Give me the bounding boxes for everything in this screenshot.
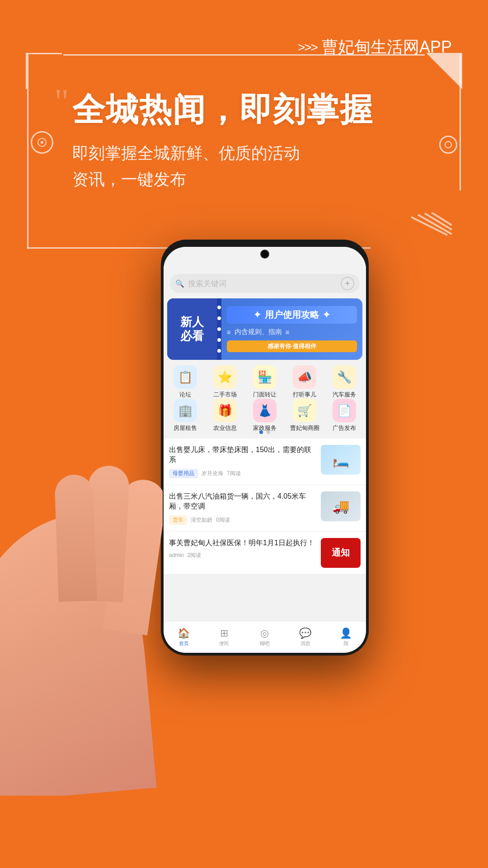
news-list: 出售婴儿床，带床垫床围，150出，需要的联系 母婴用品 岁月沧海 7阅读 🛏️ [164, 439, 366, 575]
news-author-2: 清空如妍 [191, 516, 212, 524]
news-item-3[interactable]: 事关曹妃甸人社保医保！明年1月1日起执行！ admin 2阅读 通知 [164, 532, 366, 575]
tab-bianmin[interactable]: ⊞ 便民 [204, 622, 245, 653]
news-content-2: 出售三米八汽油箱货一辆，国六，4.05米车厢，带空调 货车 清空如妍 0阅读 [169, 491, 316, 525]
home-icon: 🏠 [178, 627, 190, 639]
search-icon: 🔍 [175, 279, 184, 288]
quote-left-icon: " [54, 84, 69, 120]
news-tag-1: 母婴用品 [169, 469, 198, 478]
news-reads-3: 2阅读 [188, 552, 202, 559]
message-icon: 💬 [299, 627, 311, 639]
dot-1 [259, 430, 263, 434]
svg-marker-0 [426, 53, 462, 89]
me-icon: 👤 [340, 627, 352, 639]
dot-2 [267, 430, 270, 434]
icon-item-ad[interactable]: 📄 广告发布 [327, 399, 361, 432]
liaoba-icon: ◎ [260, 627, 269, 639]
news-author-1: 岁月沧海 [202, 470, 223, 477]
circle-right-decoration [439, 136, 457, 154]
tab-bar: 🏠 首页 ⊞ 便民 ◎ 聊吧 💬 消息 👤 我 [164, 621, 366, 653]
tab-me-label: 我 [343, 640, 348, 647]
circle-left-decoration [31, 131, 53, 154]
banner-left: 新人必看 [167, 298, 217, 360]
news-item-1[interactable]: 出售婴儿床，带床垫床围，150出，需要的联系 母婴用品 岁月沧海 7阅读 🛏️ [164, 439, 366, 485]
banner-title: ✦ 用户使用攻略 ✦ [227, 306, 357, 324]
icons-row-2: 🏢 房屋租售 🎁 农业信息 👗 家政服务 🛒 曹妃甸商圈 📄 广告 [165, 399, 364, 432]
icon-item-agri[interactable]: 🎁 农业信息 [208, 399, 242, 432]
icon-item-shopfront[interactable]: 🏪 门面转让 [248, 365, 282, 399]
news-author-3: admin [169, 552, 184, 558]
news-title-2: 出售三米八汽油箱货一辆，国六，4.05米车厢，带空调 [169, 491, 316, 512]
tab-home-label: 首页 [179, 640, 189, 647]
banner[interactable]: 新人必看 ✦ 用户使用攻略 ✦ [167, 298, 362, 360]
banner-divider [217, 298, 221, 360]
icon-item-home-service[interactable]: 👗 家政服务 [248, 399, 282, 432]
news-content-1: 出售婴儿床，带床垫床围，150出，需要的联系 母婴用品 岁月沧海 7阅读 [169, 445, 316, 478]
banner-left-text: 新人必看 [180, 315, 204, 343]
hero-subtitle: 即刻掌握全城新鲜、优质的活动资讯，一键发布 [72, 140, 307, 192]
tab-message[interactable]: 💬 消息 [285, 622, 326, 653]
news-item-2[interactable]: 出售三米八汽油箱货一辆，国六，4.05米车厢，带空调 货车 清空如妍 0阅读 🚚 [164, 485, 366, 532]
bianmin-icon: ⊞ [220, 627, 228, 639]
banner-footer: 感谢有你·值得相伴 [227, 340, 357, 352]
pagination [259, 430, 270, 434]
phone-body: 🔍 搜索关键词 + 新人必看 [161, 240, 369, 656]
banner-subtitle: ≡ 内含规则、指南 ≡ [227, 328, 357, 336]
tab-liaoba-label: 聊吧 [260, 640, 270, 647]
icon-item-secondhand[interactable]: ⭐ 二手市场 [208, 365, 242, 399]
icons-row-1: 📋 论坛 ⭐ 二手市场 🏪 门面转让 📣 打听事儿 🔧 汽车服务 [165, 365, 364, 399]
banner-right: ✦ 用户使用攻略 ✦ ≡ 内含规则、指南 ≡ 感谢有你·值得相伴 [221, 298, 362, 360]
tab-home[interactable]: 🏠 首页 [164, 622, 204, 653]
icon-item-car[interactable]: 🔧 汽车服务 [327, 365, 361, 399]
phone-wrapper: 🔍 搜索关键词 + 新人必看 [161, 240, 369, 656]
news-tag-2: 货车 [169, 515, 187, 525]
icon-item-luntan[interactable]: 📋 论坛 [168, 365, 202, 399]
svg-line-2 [418, 215, 452, 234]
tab-liaoba[interactable]: ◎ 聊吧 [244, 622, 285, 653]
news-thumb-2: 🚚 [321, 491, 361, 521]
news-reads-1: 7阅读 [227, 470, 241, 477]
search-bar[interactable]: 🔍 搜索关键词 + [170, 274, 360, 293]
icon-item-mall[interactable]: 🛒 曹妃甸商圈 [287, 399, 322, 432]
phone-screen: 🔍 搜索关键词 + 新人必看 [164, 247, 366, 653]
search-placeholder: 搜索关键词 [188, 278, 337, 289]
tab-bianmin-label: 便民 [219, 640, 229, 647]
news-title-3: 事关曹妃甸人社保医保！明年1月1日起执行！ [169, 538, 316, 548]
hero-headline: 全城热闻，即刻掌握 [72, 88, 373, 132]
tab-me[interactable]: 👤 我 [325, 622, 366, 653]
tab-message-label: 消息 [300, 640, 310, 647]
news-content-3: 事关曹妃甸人社保医保！明年1月1日起执行！ admin 2阅读 [169, 538, 316, 559]
camera [260, 250, 269, 259]
news-thumb-3: 通知 [321, 538, 361, 568]
icon-item-ask[interactable]: 📣 打听事儿 [287, 365, 322, 399]
icon-item-house[interactable]: 🏢 房屋租售 [168, 399, 202, 432]
search-plus-button[interactable]: + [341, 277, 354, 290]
news-reads-2: 0阅读 [216, 516, 230, 524]
news-title-1: 出售婴儿床，带床垫床围，150出，需要的联系 [169, 445, 316, 465]
news-thumb-1: 🛏️ [321, 445, 361, 475]
arrows-icon: >>> [298, 40, 317, 55]
